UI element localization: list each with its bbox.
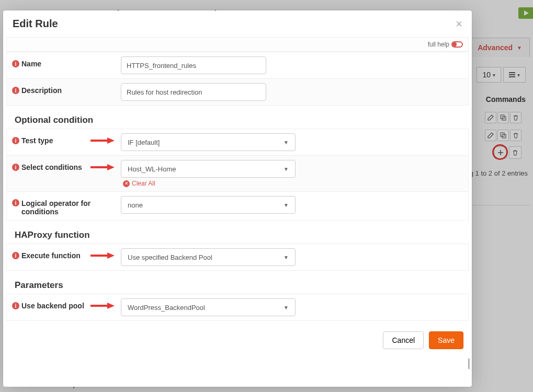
section-haproxy-function: HAProxy function xyxy=(3,221,472,244)
logicaloperator-label: i Logical operator for conditions xyxy=(12,196,121,216)
form-row-logicaloperator: i Logical operator for conditions none ▼ xyxy=(7,191,468,220)
logicaloperator-select[interactable]: none ▼ xyxy=(121,196,296,214)
form-section-basic: i Name i Description xyxy=(6,52,469,106)
name-label-text: Name xyxy=(21,60,41,68)
text-cursor xyxy=(469,359,469,369)
chevron-down-icon: ▼ xyxy=(283,255,289,260)
modal-footer: Cancel Save xyxy=(3,321,472,364)
form-row-selectconditions: i Select conditions Host_WL-Home ▼ ✕ Cle… xyxy=(7,155,468,191)
testtype-label-text: Test type xyxy=(21,136,53,145)
info-icon[interactable]: i xyxy=(12,60,19,67)
svg-marker-10 xyxy=(107,252,115,259)
form-section-optional: i Test type IF [default] ▼ i Select cond… xyxy=(6,129,469,221)
name-label: i Name xyxy=(12,56,121,68)
backendpool-value: WordPress_BackendPool xyxy=(128,304,205,312)
modal-header: Edit Rule × xyxy=(3,10,472,35)
backendpool-label-text: Use backend pool xyxy=(21,302,84,310)
form-section-function: i Execute function Use specified Backend… xyxy=(6,244,469,271)
info-icon[interactable]: i xyxy=(12,199,19,206)
info-icon[interactable]: i xyxy=(12,302,19,309)
form-row-name: i Name xyxy=(7,52,468,78)
name-input[interactable] xyxy=(121,56,266,74)
chevron-down-icon: ▼ xyxy=(283,140,289,145)
logicaloperator-label-text: Logical operator for conditions xyxy=(21,199,116,216)
svg-marker-8 xyxy=(107,164,115,170)
logicaloperator-value: none xyxy=(128,201,143,209)
info-icon[interactable]: i xyxy=(12,164,19,171)
info-icon[interactable]: i xyxy=(12,252,19,259)
info-icon[interactable]: i xyxy=(12,87,19,94)
x-circle-icon: ✕ xyxy=(123,180,130,187)
info-icon[interactable]: i xyxy=(12,137,19,144)
section-parameters: Parameters xyxy=(3,271,472,294)
cancel-button[interactable]: Cancel xyxy=(383,331,424,349)
chevron-down-icon: ▼ xyxy=(283,202,289,208)
edit-rule-modal: Edit Rule × full help i Name i Descripti… xyxy=(3,10,472,387)
full-help-toggle[interactable]: full help xyxy=(6,37,469,52)
testtype-value: IF [default] xyxy=(128,139,160,146)
form-section-parameters: i Use backend pool WordPress_BackendPool… xyxy=(6,294,469,321)
toggle-icon xyxy=(451,41,463,48)
description-label-text: Description xyxy=(21,86,62,95)
selectconditions-select[interactable]: Host_WL-Home ▼ xyxy=(121,160,296,178)
executefunction-select[interactable]: Use specified Backend Pool ▼ xyxy=(121,248,296,266)
clear-all-link[interactable]: ✕ Clear All xyxy=(123,180,155,187)
selectconditions-label-text: Select conditions xyxy=(21,163,82,171)
svg-marker-12 xyxy=(107,303,115,309)
backendpool-select[interactable]: WordPress_BackendPool ▼ xyxy=(121,298,296,316)
save-button[interactable]: Save xyxy=(429,331,463,349)
description-input[interactable] xyxy=(121,83,266,101)
form-row-executefunction: i Execute function Use specified Backend… xyxy=(7,244,468,270)
testtype-select[interactable]: IF [default] ▼ xyxy=(121,133,296,151)
executefunction-value: Use specified Backend Pool xyxy=(128,253,212,261)
clear-all-label: Clear All xyxy=(132,180,155,187)
annotation-arrow xyxy=(90,302,115,310)
form-row-backendpool: i Use backend pool WordPress_BackendPool… xyxy=(7,294,468,320)
full-help-label: full help xyxy=(428,41,449,48)
annotation-arrow xyxy=(90,251,115,260)
executefunction-label-text: Execute function xyxy=(21,251,81,260)
annotation-arrow xyxy=(90,136,115,145)
modal-title: Edit Rule xyxy=(13,18,58,30)
section-optional-condition: Optional condition xyxy=(3,106,472,129)
form-row-testtype: i Test type IF [default] ▼ xyxy=(7,129,468,155)
chevron-down-icon: ▼ xyxy=(283,166,289,172)
annotation-arrow xyxy=(90,163,115,171)
description-label: i Description xyxy=(12,83,121,95)
chevron-down-icon: ▼ xyxy=(283,305,289,310)
form-row-description: i Description xyxy=(7,78,468,105)
selectconditions-value: Host_WL-Home xyxy=(128,165,176,173)
close-icon[interactable]: × xyxy=(456,18,462,30)
modal-overlay: Edit Rule × full help i Name i Descripti… xyxy=(0,0,533,392)
svg-marker-6 xyxy=(107,137,115,144)
